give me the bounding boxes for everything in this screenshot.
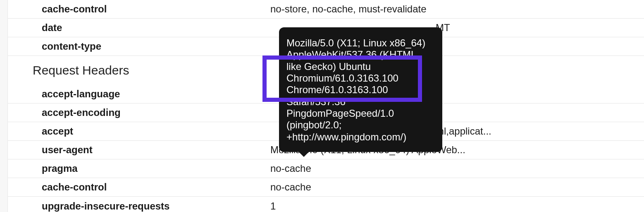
header-name: content-type [8, 41, 270, 52]
header-name: accept-encoding [8, 107, 270, 118]
header-name: accept-language [8, 88, 270, 100]
table-row[interactable]: cache-control no-store, no-cache, must-r… [8, 0, 644, 19]
header-name: upgrade-insecure-requests [8, 200, 270, 212]
tooltip-line: PingdomPageSpeed/1.0 [286, 108, 435, 119]
tooltip-line: Chrome/61.0.3163.100 [286, 84, 435, 96]
header-value: no-cache [270, 163, 644, 174]
tooltip-line: Safari/537.36 [286, 96, 435, 108]
tooltip-line: +http://www.pingdom.com/) [286, 131, 435, 143]
header-name: date [8, 22, 270, 34]
table-row[interactable]: upgrade-insecure-requests 1 [8, 197, 644, 212]
header-name: user-agent [8, 144, 270, 156]
header-value: 1 [270, 200, 644, 212]
user-agent-tooltip: Mozilla/5.0 (X11; Linux x86_64) AppleWeb… [279, 27, 442, 152]
tooltip-line: Mozilla/5.0 (X11; Linux x86_64) [286, 37, 435, 49]
table-row[interactable]: cache-control no-cache [8, 178, 644, 197]
header-name: cache-control [8, 181, 270, 193]
tooltip-line: like Gecko) Ubuntu [286, 61, 435, 72]
header-value: no-store, no-cache, must-revalidate [270, 3, 644, 15]
header-value: no-cache [270, 181, 644, 193]
header-name: cache-control [8, 3, 270, 15]
tooltip-line: AppleWebKit/537.36 (KHTML, [286, 49, 435, 60]
tooltip-line: (pingbot/2.0; [286, 119, 435, 131]
table-row[interactable]: pragma no-cache [8, 159, 644, 178]
header-name: pragma [8, 163, 270, 174]
header-name: accept [8, 125, 270, 137]
tooltip-line: Chromium/61.0.3163.100 [286, 72, 435, 84]
